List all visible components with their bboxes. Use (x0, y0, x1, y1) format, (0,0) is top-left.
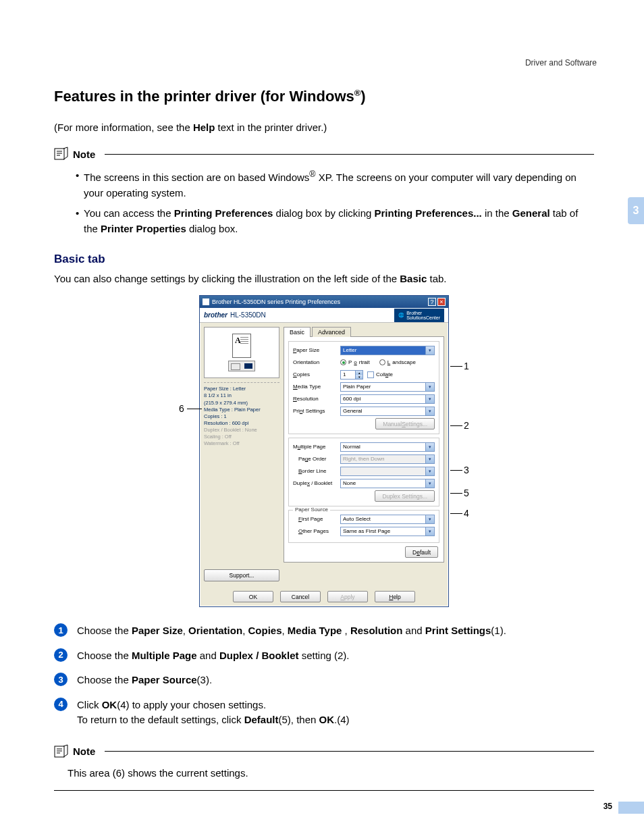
resolution-select[interactable]: 600 dpi▾ (340, 394, 435, 404)
page-title: Features in the printer driver (for Wind… (54, 88, 594, 105)
chevron-down-icon: ▾ (425, 467, 434, 475)
svg-rect-0 (55, 149, 64, 159)
label-page-order: Page Order (293, 456, 340, 462)
solutions-center-link[interactable]: 🌐 BrotherSolutionsCenter (394, 309, 444, 322)
step-number-3: 3 (54, 673, 68, 686)
page-number: 35 (603, 802, 612, 811)
step-3-text: Choose the Paper Source(3). (77, 673, 212, 688)
chevron-down-icon: ▾ (425, 407, 434, 415)
callout-1: 1 (464, 361, 469, 371)
radio-portrait[interactable]: Portrait (340, 359, 370, 365)
apply-button[interactable]: Apply (327, 591, 368, 602)
label-print-settings: Print Settings (293, 408, 340, 414)
note-block-2: Note This area (6) shows the current set… (54, 744, 594, 791)
brand-logo: brother (204, 311, 227, 319)
callout-2: 2 (464, 420, 469, 431)
printing-preferences-dialog: Brother HL-5350DN series Printing Prefer… (199, 295, 449, 607)
other-pages-select[interactable]: Same as First Page▾ (340, 527, 435, 536)
chevron-down-icon: ▾ (425, 346, 434, 355)
default-button[interactable]: Default (405, 546, 438, 558)
label-resolution: Resolution (293, 396, 340, 402)
page-order-select[interactable]: Right, then Down▾ (340, 454, 435, 464)
label-multiple-page: Multiple Page (293, 444, 340, 450)
close-button[interactable]: × (437, 298, 446, 306)
support-button[interactable]: Support... (204, 569, 279, 581)
manual-settings-button[interactable]: Manual Settings... (375, 418, 435, 429)
tray-icon (228, 361, 255, 371)
label-media-type: Media Type (293, 384, 340, 390)
step-number-4: 4 (54, 698, 68, 711)
copies-input[interactable]: 1▴▾ (340, 370, 363, 380)
note-label: Note (73, 149, 95, 160)
step-1-text: Choose the Paper Size, Orientation, Copi… (77, 623, 506, 639)
chevron-down-icon: ▾ (425, 455, 434, 463)
chevron-down-icon: ▾ (425, 527, 434, 536)
status-list: Paper Size : Letter 8 1/2 x 11 in (215.9… (204, 382, 279, 447)
step-4-text: Click OK(4) to apply your chosen setting… (77, 698, 350, 728)
page-header: Driver and Software (525, 58, 597, 68)
help-button[interactable]: ? (428, 298, 436, 306)
dialog-titlebar[interactable]: Brother HL-5350DN series Printing Prefer… (200, 296, 448, 308)
step-number-1: 1 (54, 623, 68, 637)
collate-checkbox[interactable]: Collate (367, 371, 393, 378)
step-2-text: Choose the Multiple Page and Duplex / Bo… (77, 648, 350, 664)
chevron-down-icon: ▾ (425, 515, 434, 523)
chapter-tab: 3 (628, 197, 644, 224)
callout-3: 3 (464, 465, 469, 475)
svg-rect-1 (55, 746, 64, 757)
intro-text: (For more information, see the Help text… (54, 122, 594, 133)
note1-bullet1: The screens in this section are on based… (76, 168, 594, 201)
label-orientation: Orientation (293, 359, 340, 365)
page-tab-decoration (618, 802, 644, 814)
group-title-paper-source: Paper Source (293, 506, 330, 513)
label-other-pages: Other Pages (293, 528, 340, 534)
note1-bullet2: You can access the Printing Preferences … (76, 206, 594, 236)
callout-4: 4 (464, 508, 469, 519)
chevron-down-icon: ▾ (425, 395, 434, 403)
dialog-title: Brother HL-5350DN series Printing Prefer… (212, 298, 340, 305)
step-number-2: 2 (54, 648, 68, 662)
brand-model: HL-5350DN (230, 311, 266, 319)
section-heading: Basic tab (54, 253, 594, 266)
preview-illustration[interactable]: A (204, 327, 279, 378)
paper-size-select[interactable]: Letter▾ (340, 346, 435, 355)
duplex-settings-button[interactable]: Duplex Settings... (375, 490, 435, 502)
label-paper-size: Paper Size (293, 347, 340, 353)
label-border-line: Border Line (293, 468, 340, 474)
chevron-down-icon: ▾ (425, 479, 434, 488)
help-button[interactable]: Help (375, 591, 415, 602)
note-icon (54, 147, 69, 161)
label-duplex-booklet: Duplex / Booklet (293, 480, 340, 486)
note-label: Note (73, 746, 95, 757)
print-settings-select[interactable]: General▾ (340, 407, 435, 416)
note2-text: This area (6) shows the current settings… (68, 767, 248, 779)
tab-advanced[interactable]: Advanced (312, 327, 351, 337)
note-block-1: Note The screens in this section are on … (54, 147, 594, 236)
tab-basic[interactable]: Basic (284, 327, 311, 337)
label-first-page: First Page (293, 516, 340, 522)
window-icon (203, 298, 209, 305)
globe-icon: 🌐 (398, 313, 404, 318)
section-desc: You can also change settings by clicking… (54, 273, 594, 284)
media-type-select[interactable]: Plain Paper▾ (340, 382, 435, 392)
label-copies: Copies (293, 371, 340, 377)
cancel-button[interactable]: Cancel (280, 591, 321, 602)
callout-5: 5 (464, 488, 469, 498)
multiple-page-select[interactable]: Normal▾ (340, 442, 435, 452)
callout-6: 6 (179, 403, 184, 414)
first-page-select[interactable]: Auto Select▾ (340, 515, 435, 524)
border-line-select[interactable]: ▾ (340, 467, 435, 476)
chevron-down-icon: ▾ (425, 443, 434, 451)
chevron-down-icon: ▾ (425, 383, 434, 391)
radio-landscape[interactable]: Landscape (379, 359, 416, 365)
note-icon (54, 744, 69, 759)
ok-button[interactable]: OK (233, 591, 273, 602)
duplex-booklet-select[interactable]: None▾ (340, 479, 435, 488)
